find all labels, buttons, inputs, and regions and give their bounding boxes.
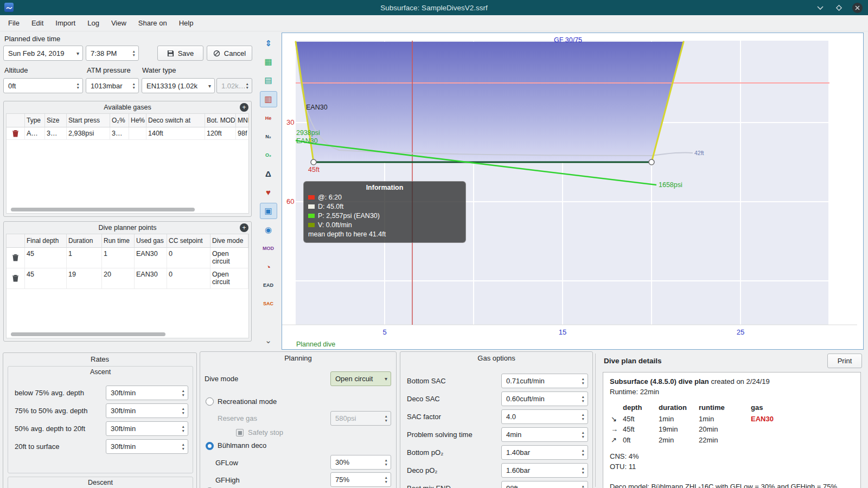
option-row: 50% avg. depth to 20ft30ft/min▲▼ xyxy=(12,421,188,436)
bottom-po-input[interactable]: 1.40bar▲▼ xyxy=(501,445,588,460)
title-bar[interactable]: Subsurface: SampleDivesV2.ssrf xyxy=(0,0,868,15)
add-gas-button[interactable]: + xyxy=(240,103,248,112)
sac-factor-input[interactable]: 4.0▲▼ xyxy=(501,409,588,424)
spinner-arrows[interactable]: ▲▼ xyxy=(582,447,585,458)
save-button[interactable]: Save xyxy=(157,46,203,61)
gfhigh-label: GFHigh xyxy=(215,476,240,484)
calc-ceiling-icon[interactable]: ▤ xyxy=(260,73,277,88)
column-header-dive-mode[interactable]: Dive mode xyxy=(210,234,248,247)
column-header-used-gas[interactable]: Used gas xyxy=(135,234,167,247)
collapse-toolbar-icon[interactable]: ⌄ xyxy=(260,333,277,348)
column-header-cc-setpoint[interactable]: CC setpoint xyxy=(167,234,210,247)
spinner-arrows[interactable]: ▲▼ xyxy=(76,80,80,92)
table-row[interactable]: 451920EAN300Open circuit xyxy=(7,268,248,289)
50-avg-depth-to-20ft-input[interactable]: 30ft/min▲▼ xyxy=(106,421,188,436)
spinner-arrows[interactable]: ▲▼ xyxy=(182,423,185,434)
planned-dive-time-label: Planned dive time xyxy=(4,35,60,43)
column-header-final-depth[interactable]: Final depth xyxy=(25,234,67,247)
scale-icon[interactable]: ⇕ xyxy=(260,36,277,51)
menu-item-log[interactable]: Log xyxy=(81,17,105,29)
spinner-arrows[interactable]: ▲▼ xyxy=(132,80,136,92)
spinner-arrows[interactable]: ▲▼ xyxy=(385,457,388,468)
spinner-arrows[interactable]: ▲▼ xyxy=(582,376,585,387)
spinner-arrows[interactable]: ▲▼ xyxy=(582,465,585,476)
ead-icon[interactable]: EAD xyxy=(260,278,277,293)
column-header-start-press[interactable]: Start press xyxy=(67,114,110,127)
spinner-arrows[interactable]: ▲▼ xyxy=(132,48,136,59)
menu-item-import[interactable]: Import xyxy=(49,17,81,29)
menu-item-edit[interactable]: Edit xyxy=(25,17,49,29)
photos-icon[interactable]: ▣ xyxy=(260,203,277,219)
spinner-arrows[interactable]: ▲▼ xyxy=(385,474,388,485)
horizontal-scrollbar[interactable] xyxy=(11,332,165,336)
spinner-arrows[interactable]: ▲▼ xyxy=(582,483,585,488)
mod-icon[interactable]: MOD xyxy=(260,241,277,256)
best-mix-end-input[interactable]: 98ft▲▼ xyxy=(501,481,588,488)
profile-tooltip[interactable]: Information @: 6:20D: 45.0ftP: 2,557psi … xyxy=(303,181,466,243)
spinner-arrows[interactable]: ▲▼ xyxy=(582,394,585,404)
close-icon[interactable] xyxy=(852,2,863,13)
delete-row-icon[interactable] xyxy=(7,127,25,139)
spinner-arrows[interactable]: ▲▼ xyxy=(582,412,585,422)
bottom-sac-input[interactable]: 0.71cuft/min▲▼ xyxy=(501,374,588,388)
altitude-input[interactable]: 0ft ▲▼ xyxy=(3,78,83,93)
deco-sac-input[interactable]: 0.60cuft/min▲▼ xyxy=(501,391,588,406)
column-header-type[interactable]: Type xyxy=(25,114,45,127)
tooltip-text: P: 2,557psi (EAN30) xyxy=(318,211,380,221)
pp-he-graph-icon[interactable]: He xyxy=(260,111,277,126)
heartrate-icon[interactable]: ♥ xyxy=(260,184,277,200)
column-header-deco-switch-at[interactable]: Deco switch at xyxy=(146,114,205,127)
ceiling-icon[interactable]: ▦ xyxy=(260,54,277,69)
column-header-mnd[interactable]: MND xyxy=(236,114,249,127)
gfhigh-input[interactable]: 75% ▲▼ xyxy=(330,472,391,487)
waypoint-handle[interactable] xyxy=(649,159,654,165)
column-header-run-time[interactable]: Run time xyxy=(102,234,135,247)
menu-item-help[interactable]: Help xyxy=(173,17,200,29)
column-header-o[interactable]: O₂% xyxy=(110,114,129,127)
minimize-icon[interactable] xyxy=(815,2,826,13)
menu-item-file[interactable]: File xyxy=(2,17,25,29)
dive-mode-select[interactable]: Open circuit▾ xyxy=(330,371,391,386)
print-button[interactable]: Print xyxy=(827,354,862,368)
dive-time-input[interactable]: 7:38 PM ▲▼ xyxy=(86,46,139,61)
pp-o2-graph-icon[interactable]: O₂ xyxy=(260,147,277,163)
dive-date-select[interactable]: Sun Feb 24, 2019▾ xyxy=(3,46,83,61)
spinner-arrows[interactable]: ▲▼ xyxy=(182,406,185,416)
pp-n2-graph-icon[interactable]: N₂ xyxy=(260,129,277,144)
waypoint-handle[interactable] xyxy=(311,159,316,165)
buhlmann-deco-radio[interactable] xyxy=(206,442,214,450)
dc-ceiling-icon[interactable]: ▥ xyxy=(260,91,277,107)
column-header-bot-mod[interactable]: Bot. MOD xyxy=(205,114,236,127)
spinner-arrows[interactable]: ▲▼ xyxy=(582,429,585,440)
20ft-to-surface-input[interactable]: 30ft/min▲▼ xyxy=(106,439,188,454)
water-type-select[interactable]: EN13319 (1.02k▾ xyxy=(142,78,215,93)
cell: 45 xyxy=(25,248,67,268)
add-point-button[interactable]: + xyxy=(240,223,248,232)
column-header-he[interactable]: He% xyxy=(129,114,146,127)
salinity-icon[interactable]: ◉ xyxy=(260,222,277,237)
safety-stop-label: Safety stop xyxy=(248,428,283,436)
cancel-button[interactable]: Cancel xyxy=(207,46,252,61)
problem-solving-time-input[interactable]: 4min▲▼ xyxy=(501,427,588,442)
75-to-50-avg-depth-input[interactable]: 30ft/min▲▼ xyxy=(106,403,188,418)
spinner-arrows[interactable]: ▲▼ xyxy=(182,388,185,399)
atm-pressure-input[interactable]: 1013mbar ▲▼ xyxy=(86,78,139,93)
column-header-duration[interactable]: Duration xyxy=(67,234,102,247)
delete-row-icon[interactable] xyxy=(7,268,25,288)
deco-po-input[interactable]: 1.60bar▲▼ xyxy=(501,463,588,478)
delete-row-icon[interactable] xyxy=(7,248,25,268)
menu-item-share-on[interactable]: Share on xyxy=(132,17,173,29)
below-75-avg-depth-input[interactable]: 30ft/min▲▼ xyxy=(106,386,188,400)
maximize-icon[interactable] xyxy=(833,2,844,13)
spinner-arrows[interactable]: ▲▼ xyxy=(182,441,185,452)
column-header-size[interactable]: Size xyxy=(45,114,67,127)
table-row[interactable]: 4511EAN300Open circuit xyxy=(7,248,248,268)
horizontal-scrollbar[interactable] xyxy=(11,208,195,211)
ndl-tts-icon[interactable]: ◔ xyxy=(260,259,277,274)
sac-icon[interactable]: SAC xyxy=(260,296,277,311)
tissues-icon[interactable]: Δ xyxy=(260,166,277,181)
table-row[interactable]: A…3…2,938psi3…140ft120ft98f xyxy=(7,127,248,140)
recreational-mode-radio[interactable] xyxy=(206,397,214,406)
gflow-input[interactable]: 30% ▲▼ xyxy=(330,455,391,470)
menu-item-view[interactable]: View xyxy=(105,17,132,29)
